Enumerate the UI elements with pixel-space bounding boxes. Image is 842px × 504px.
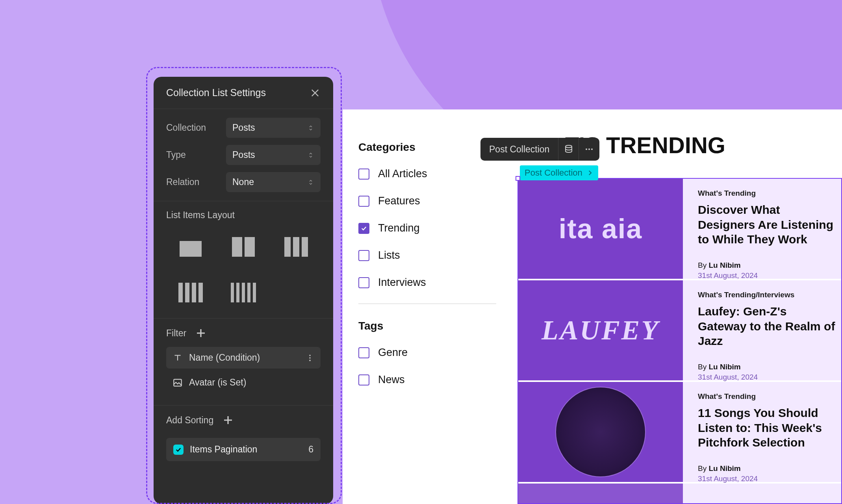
checkbox[interactable]: [358, 374, 369, 385]
panel-fields-section: Collection Posts Type Posts Relation Non…: [154, 109, 333, 201]
svg-point-0: [309, 354, 311, 356]
add-sort-icon[interactable]: [222, 414, 234, 426]
post-thumbnail: [518, 382, 683, 482]
chevron-right-icon: [586, 169, 593, 176]
panel-layout-section: List Items Layout: [154, 201, 333, 319]
tag-genre[interactable]: Genre: [358, 346, 496, 359]
checkbox[interactable]: [358, 169, 369, 180]
chip-label: Post Collection: [525, 168, 582, 178]
checkbox-checked[interactable]: [358, 223, 369, 234]
post-row[interactable]: LAUFEY What's Trending/Interviews Laufey…: [518, 280, 841, 382]
relation-dropdown[interactable]: None: [226, 172, 321, 192]
categories-heading: Categories: [358, 141, 496, 154]
more-icon[interactable]: [579, 138, 599, 161]
updown-icon: [307, 178, 314, 187]
category-interviews[interactable]: Interviews: [358, 276, 496, 289]
post-date: 31st August, 2024: [698, 271, 837, 280]
panel-sort-section: Add Sorting Items Pagination 6: [154, 406, 333, 470]
svg-point-5: [586, 148, 587, 150]
panel-title: Collection List Settings: [166, 87, 266, 98]
post-meta: What's Trending Discover What Designers …: [698, 179, 841, 279]
post-thumbnail: LAUFEY: [518, 280, 683, 380]
pagination-count: 6: [308, 444, 313, 455]
close-icon[interactable]: [310, 87, 321, 98]
tag-label: News: [378, 374, 405, 386]
filter-item-name[interactable]: Name (Condition): [166, 347, 321, 369]
layout-heading: List Items Layout: [166, 210, 321, 220]
post-author: By Lu Nibim: [698, 261, 837, 270]
layout-5col[interactable]: [219, 276, 268, 309]
category-label: All Articles: [378, 168, 427, 180]
post-collection-chip[interactable]: Post Collection: [520, 165, 598, 180]
category-label: Trending: [378, 222, 420, 234]
checkbox[interactable]: [358, 250, 369, 261]
filter-text: Avatar (is Set): [189, 377, 314, 388]
layout-4col[interactable]: [166, 276, 215, 309]
layout-single[interactable]: [166, 230, 215, 264]
field-label-type: Type: [166, 150, 186, 160]
category-label: Features: [378, 195, 420, 207]
pagination-label: Items Pagination: [190, 444, 302, 455]
pagination-checkbox[interactable]: [173, 445, 184, 455]
post-title: Laufey: Gen-Z's Gateway to the Realm of …: [698, 304, 837, 348]
type-dropdown[interactable]: Posts: [226, 145, 321, 165]
post-row[interactable]: What's Trending 11 Songs You Should List…: [518, 382, 841, 484]
category-label: Interviews: [378, 276, 426, 289]
collection-list-settings-panel: Collection List Settings Collection Post…: [154, 77, 333, 504]
field-label-relation: Relation: [166, 177, 199, 187]
post-thumbnail: ita aia: [518, 179, 683, 279]
add-filter-icon[interactable]: [195, 327, 207, 339]
category-all-articles[interactable]: All Articles: [358, 168, 496, 180]
tag-label: Genre: [378, 346, 408, 359]
category-features[interactable]: Features: [358, 195, 496, 207]
categories-sidebar: Categories All Articles Features Trendin…: [358, 141, 496, 401]
updown-icon: [307, 123, 314, 133]
filter-item-avatar[interactable]: Avatar (is Set): [166, 374, 321, 391]
text-icon: [172, 353, 183, 363]
collection-value: Posts: [232, 122, 255, 133]
post-date: 31st August, 2024: [698, 474, 837, 483]
post-category: What's Trending/Interviews: [698, 291, 837, 299]
post-meta: What's Trending/Interviews Laufey: Gen-Z…: [698, 280, 841, 380]
post-author: By Lu Nibim: [698, 464, 837, 473]
post-thumbnail: [518, 484, 683, 504]
tag-news[interactable]: News: [358, 374, 496, 386]
post-meta: What's Trending 11 Songs You Should List…: [698, 382, 841, 482]
checkbox[interactable]: [358, 347, 369, 358]
type-value: Posts: [232, 150, 255, 160]
panel-header: Collection List Settings: [154, 77, 333, 109]
field-label-collection: Collection: [166, 122, 206, 133]
sort-heading: Add Sorting: [166, 415, 213, 426]
category-lists[interactable]: Lists: [358, 249, 496, 261]
post-author: By Lu Nibim: [698, 363, 837, 371]
toolbar-label[interactable]: Post Collection: [480, 138, 558, 161]
checkbox[interactable]: [358, 277, 369, 288]
layout-2col[interactable]: [219, 230, 268, 264]
post-category: What's Trending: [698, 189, 837, 198]
post-category: What's Trending: [698, 392, 837, 401]
post-collection-list[interactable]: ita aia What's Trending Discover What De…: [517, 178, 842, 504]
category-trending[interactable]: Trending: [358, 222, 496, 234]
post-title: 11 Songs You Should Listen to: This Week…: [698, 406, 837, 450]
post-row[interactable]: ita aia What's Trending Discover What De…: [518, 179, 841, 280]
selection-handle[interactable]: [516, 176, 520, 181]
layout-3col[interactable]: [272, 230, 321, 264]
post-title: Discover What Designers Are Listening to…: [698, 202, 837, 247]
relation-value: None: [232, 177, 254, 187]
post-row[interactable]: [518, 484, 841, 504]
svg-point-4: [566, 145, 572, 148]
svg-point-6: [588, 148, 590, 150]
post-collection-toolbar: Post Collection: [480, 138, 599, 161]
updown-icon: [307, 150, 314, 160]
filter-text: Name (Condition): [189, 352, 299, 363]
panel-filter-section: Filter Name (Condition) Avatar (is Set): [154, 319, 333, 406]
vinyl-record-icon: [555, 387, 646, 477]
kebab-icon[interactable]: [306, 354, 314, 362]
pagination-row[interactable]: Items Pagination 6: [166, 438, 321, 461]
checkbox[interactable]: [358, 196, 369, 207]
collection-dropdown[interactable]: Posts: [226, 118, 321, 138]
database-icon[interactable]: [558, 138, 579, 161]
tags-heading: Tags: [358, 320, 496, 332]
divider: [358, 304, 496, 304]
category-label: Lists: [378, 249, 400, 261]
